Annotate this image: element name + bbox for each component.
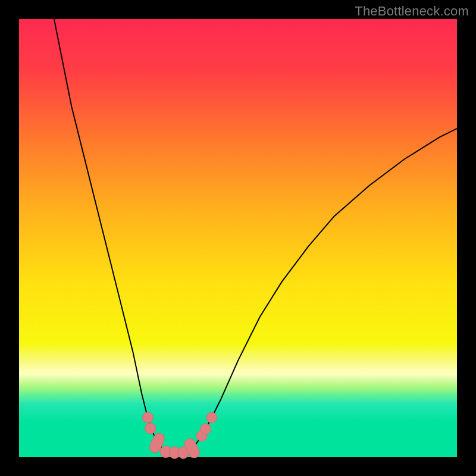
watermark-label: TheBottleneck.com	[355, 4, 469, 19]
plot-background	[19, 19, 457, 457]
curve-marker	[142, 412, 153, 423]
chart-viewport: { "watermark": "TheBottleneck.com", "col…	[0, 0, 476, 476]
chart-svg	[0, 0, 476, 476]
curve-marker	[206, 412, 217, 423]
curve-marker	[201, 424, 211, 434]
curve-marker	[145, 423, 156, 434]
